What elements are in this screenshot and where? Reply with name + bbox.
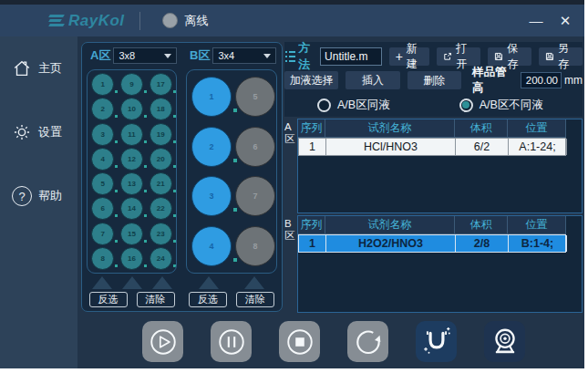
run-control-bar: [142, 321, 525, 362]
plate-a-well-5[interactable]: 5: [91, 172, 114, 195]
pause-button[interactable]: [211, 321, 252, 362]
play-icon: [148, 326, 179, 357]
plate-a-invert-button[interactable]: 反选: [89, 292, 128, 307]
plate-a-arrow-up-icon[interactable]: [122, 276, 142, 289]
add-liquid-select-button[interactable]: 加液选择: [284, 71, 338, 89]
plate-a-label: A区: [90, 47, 110, 64]
sidebar-item-help[interactable]: ? 帮助: [0, 184, 77, 208]
plate-b-well-1[interactable]: 1: [191, 77, 232, 117]
table-b-column-header: 试剂名称: [325, 216, 455, 233]
plate-b-invert-button[interactable]: 反选: [189, 292, 227, 307]
insert-button[interactable]: 插入: [346, 71, 399, 89]
plate-a-arrow-up-icon[interactable]: [152, 276, 172, 289]
logo-text: RayKol: [68, 12, 125, 30]
table-cell: 6/2: [456, 139, 509, 155]
plate-a-well-6[interactable]: 6: [91, 197, 114, 220]
plate-a-well-10[interactable]: 10: [120, 98, 143, 120]
plate-a-well-23[interactable]: 23: [150, 223, 172, 245]
stop-icon: [284, 326, 315, 357]
app-screenshot: RayKol 离线 — ✕ 主页: [0, 0, 588, 373]
tube-height-label: 样品管高: [472, 65, 516, 96]
reagent-table-b: 序列试剂名称体积位置 1H2O2/HNO32/8B:1-4;: [297, 215, 583, 313]
reset-button[interactable]: [347, 321, 388, 362]
table-b-body: 1H2O2/HNO32/8B:1-4;: [298, 234, 566, 253]
offline-status-icon: [162, 13, 178, 28]
table-b-row[interactable]: 1H2O2/HNO32/8B:1-4;: [298, 234, 566, 253]
stop-button[interactable]: [279, 321, 320, 362]
plate-b-well-2[interactable]: 2: [191, 127, 232, 167]
open-icon: [443, 51, 452, 62]
titlebar-divider: [139, 12, 140, 30]
close-button[interactable]: ✕: [557, 14, 573, 27]
plate-a-header: A区 3x8: [90, 47, 177, 64]
plate-a-well-17[interactable]: 17: [150, 73, 172, 96]
save-as-method-button[interactable]: 另存: [539, 47, 583, 66]
plate-b-well-7[interactable]: 7: [235, 176, 275, 216]
radio-different-liquid[interactable]: A/B区不同液: [459, 98, 543, 113]
plate-a-well-18[interactable]: 18: [150, 98, 172, 120]
sidebar-item-home[interactable]: 主页: [0, 57, 77, 80]
plate-b-layout-value: 3x4: [218, 50, 234, 61]
plate-a-well-22[interactable]: 22: [150, 197, 172, 220]
plate-a-well-24[interactable]: 24: [150, 247, 172, 270]
plate-b-well-8[interactable]: 8: [235, 226, 275, 266]
plate-a-well-8[interactable]: 8: [91, 247, 114, 270]
tube-height-value: 200.00: [526, 75, 558, 86]
sidebar-item-label: 主页: [38, 60, 62, 77]
radio-different-liquid-label: A/B区不同液: [480, 98, 543, 113]
delete-button[interactable]: 删除: [407, 71, 461, 89]
table-a-header: 序列试剂名称体积位置: [298, 119, 566, 138]
plate-a-arrow-up-icon[interactable]: [92, 276, 112, 289]
plate-b-well-4[interactable]: 4: [191, 226, 232, 266]
plate-a-well-19[interactable]: 19: [150, 123, 172, 146]
gear-icon: [12, 122, 32, 142]
plate-a-well-4[interactable]: 4: [91, 148, 114, 171]
plate-a-well-21[interactable]: 21: [150, 172, 172, 195]
table-cell: 1: [299, 235, 326, 252]
chevron-down-icon: [263, 54, 271, 58]
method-file-input[interactable]: Untitle.m: [320, 47, 382, 66]
plate-b-well-6[interactable]: 6: [235, 127, 275, 167]
plate-b-arrow-up-icon[interactable]: [199, 276, 219, 289]
table-cell: HCl/HNO3: [326, 139, 456, 155]
method-label: 方法: [298, 40, 318, 73]
plate-a-well-20[interactable]: 20: [150, 148, 172, 171]
plate-a-well-3[interactable]: 3: [91, 123, 114, 146]
plate-a-layout-dropdown[interactable]: 3x8: [113, 47, 177, 64]
plate-a-well-9[interactable]: 9: [120, 73, 143, 96]
app-window: RayKol 离线 — ✕ 主页: [0, 0, 584, 368]
wash-tube-button[interactable]: [416, 321, 457, 362]
plate-a-well-7[interactable]: 7: [91, 223, 114, 245]
tube-height-input[interactable]: 200.00: [521, 72, 562, 88]
plate-a-clear-button[interactable]: 清除: [137, 292, 175, 307]
plate-b-well-3[interactable]: 3: [191, 176, 232, 216]
play-button[interactable]: [142, 321, 183, 362]
plate-a-well-11[interactable]: 11: [120, 123, 143, 146]
plate-a-arrows: [87, 276, 177, 289]
plate-a-well-13[interactable]: 13: [120, 172, 143, 195]
plate-a-well-14[interactable]: 14: [120, 197, 143, 220]
table-b-zone-label: B区: [284, 218, 297, 241]
method-file-value: Untitle.m: [325, 50, 367, 63]
plate-b-layout-dropdown[interactable]: 3x4: [212, 47, 276, 64]
radio-icon: [317, 98, 331, 112]
plate-a-well-16[interactable]: 16: [120, 247, 143, 270]
sidebar-item-settings[interactable]: 设置: [0, 120, 77, 144]
minimize-button[interactable]: —: [528, 14, 544, 27]
new-method-button[interactable]: + 新建: [389, 47, 430, 66]
plate-a-well-1[interactable]: 1: [91, 73, 114, 96]
new-method-label: 新建: [407, 41, 423, 72]
plate-a-layout-value: 3x8: [119, 50, 135, 61]
plate-a-well-12[interactable]: 12: [120, 148, 143, 171]
plate-a-well-2[interactable]: 2: [91, 98, 114, 120]
open-method-button[interactable]: 打开: [437, 47, 480, 66]
plate-a-well-15[interactable]: 15: [120, 223, 143, 245]
plate-b-clear-button[interactable]: 清除: [236, 292, 274, 307]
chevron-down-icon: [164, 54, 171, 58]
camera-button[interactable]: [484, 321, 525, 362]
radio-same-liquid[interactable]: A/B区同液: [317, 98, 390, 113]
save-method-button[interactable]: 保存: [488, 47, 531, 66]
table-a-row[interactable]: 1HCl/HNO36/2A:1-24;: [298, 138, 566, 156]
plate-b-well-5[interactable]: 5: [235, 77, 275, 117]
plate-b-arrow-up-icon[interactable]: [244, 276, 264, 289]
